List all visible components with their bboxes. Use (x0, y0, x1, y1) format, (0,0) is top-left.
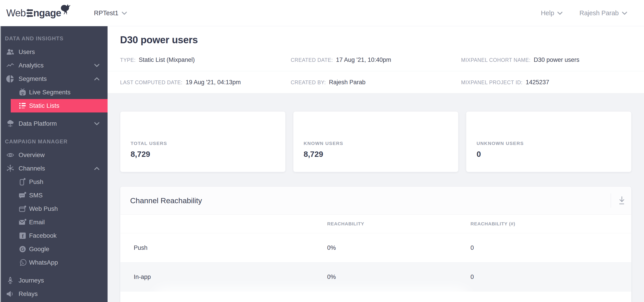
whatsapp-icon (19, 258, 26, 267)
email-icon (19, 218, 26, 226)
sidebar-item-whatsapp[interactable]: WhatsApp (0, 256, 108, 269)
meta-last-computed: LAST COMPUTED DATE: 19 Aug '21, 04:13pm (120, 79, 291, 86)
stat-value: 0 (476, 150, 631, 159)
sidebar-item-overview[interactable]: Overview (0, 148, 108, 162)
sidebar-section-campaign-manager: CAMPAIGN MANAGER (0, 135, 108, 148)
sidebar-item-label: Relays (18, 290, 38, 297)
sidebar-item-segments[interactable]: Segments (0, 72, 108, 86)
webengage-logo[interactable]: Web ngage (6, 7, 72, 19)
logo-text-web: Web (6, 8, 26, 19)
sidebar-item-label: Overview (18, 152, 45, 159)
stats-cards: TOTAL USERS 8,729 KNOWN USERS 8,729 UNKN… (108, 93, 644, 172)
cell-channel: Push (134, 244, 327, 251)
sidebar-item-journeys[interactable]: Journeys (0, 274, 108, 287)
meta-value: 17 Aug '21, 10:40pm (336, 56, 391, 63)
eye-icon (6, 151, 14, 159)
sidebar-item-label: Push (29, 178, 44, 186)
chevron-up-icon (94, 167, 100, 170)
sidebar-item-label: Google (29, 246, 49, 253)
cell-reachability: 0% (327, 273, 470, 280)
help-label: Help (541, 10, 554, 17)
meta-value: D30 power users (534, 56, 580, 63)
sidebar-item-users[interactable]: Users (0, 45, 108, 59)
table-row-in-app: In-app 0% 0 (120, 262, 631, 291)
sidebar-item-label: Segments (18, 75, 47, 82)
sidebar-item-email[interactable]: Email (0, 216, 108, 229)
header-divider (611, 193, 611, 208)
meta-project-id: MIXPANEL PROJECT ID: 1425237 (461, 79, 644, 86)
channel-reachability-title: Channel Reachability (130, 196, 202, 205)
meta-label: CREATED BY: (291, 80, 326, 86)
meta-value: Rajesh Parab (329, 79, 366, 86)
meta-row-2: LAST COMPUTED DATE: 19 Aug '21, 04:13pm … (108, 71, 644, 93)
download-icon (618, 196, 626, 205)
sidebar-item-label: Live Segments (29, 89, 70, 96)
meta-row-1: TYPE: Static List (Mixpanel) CREATED DAT… (108, 49, 644, 71)
sidebar-item-push[interactable]: Push (0, 175, 108, 189)
mobile-push-icon (19, 178, 26, 186)
table-row-partial (120, 291, 631, 302)
rocket-icon (6, 276, 14, 284)
channel-reachability-card: Channel Reachability REACHABILITY REACHA… (120, 186, 632, 302)
stat-value: 8,729 (130, 150, 285, 159)
sms-chat-icon (19, 191, 26, 199)
sidebar-item-label: Static Lists (29, 102, 59, 109)
stat-label: UNKNOWN USERS (476, 141, 631, 146)
topbar: Web ngage RPTest1 Help Rajesh Parab (0, 0, 644, 26)
sidebar-item-sms[interactable]: SMS (0, 189, 108, 202)
segments-icon (6, 75, 14, 83)
total-users-card: TOTAL USERS 8,729 (120, 111, 286, 172)
user-name: Rajesh Parab (580, 10, 619, 17)
sidebar-item-label: Users (18, 48, 35, 56)
sidebar-item-data-platform[interactable]: Data Platform (0, 117, 108, 130)
chevron-down-icon (122, 12, 127, 15)
reachability-table-header: REACHABILITY REACHABILITY (#) (120, 215, 631, 233)
meta-created-by: CREATED BY: Rajesh Parab (291, 79, 461, 86)
help-menu[interactable]: Help (541, 10, 563, 17)
meta-label: MIXPANEL PROJECT ID: (461, 80, 522, 86)
sidebar-item-label: Facebook (29, 232, 56, 239)
meta-label: MIXPANEL COHORT NAME: (461, 57, 531, 63)
meta-value: 1425237 (526, 79, 549, 86)
cell-channel: In-app (134, 273, 327, 280)
cell-reachability-count: 0 (470, 244, 631, 251)
cell-reachability-count: 0 (470, 273, 631, 280)
sidebar-item-google[interactable]: G Google (0, 242, 108, 256)
chevron-down-icon (94, 64, 100, 67)
page-title: D30 power users (120, 34, 632, 46)
sidebar-item-channels[interactable]: Channels (0, 162, 108, 175)
sidebar-item-static-lists[interactable]: Static Lists (11, 99, 108, 112)
sidebar-item-facebook[interactable]: f Facebook (0, 229, 108, 242)
sidebar-item-label: Channels (18, 165, 45, 172)
sidebar-item-analytics[interactable]: Analytics (0, 59, 108, 72)
sidebar-item-web-push[interactable]: Web Push (0, 202, 108, 216)
sidebar-item-label: Analytics (18, 62, 44, 69)
table-row-push: Push 0% 0 (120, 233, 631, 262)
meta-cohort-name: MIXPANEL COHORT NAME: D30 power users (461, 56, 644, 63)
known-users-card: KNOWN USERS 8,729 (293, 111, 459, 172)
page-header: D30 power users TYPE: Static List (Mixpa… (108, 26, 644, 93)
logo-text-engage: ngage (33, 8, 61, 19)
sidebar-scrollbar[interactable] (0, 26, 1, 302)
static-lists-icon (19, 102, 26, 110)
sidebar-item-label: Data Platform (18, 120, 57, 127)
sidebar-item-label: Journeys (18, 277, 44, 284)
sidebar-item-relays[interactable]: Relays (0, 287, 108, 301)
chevron-down-icon (622, 12, 627, 15)
analytics-icon (6, 61, 14, 69)
user-menu[interactable]: Rajesh Parab (580, 10, 627, 17)
sidebar-item-label: Web Push (29, 205, 58, 212)
unknown-users-card: UNKNOWN USERS 0 (466, 111, 632, 172)
logo-arrows-icon (26, 9, 33, 18)
chevron-down-icon (94, 122, 100, 125)
sidebar-item-live-segments[interactable]: Live Segments (0, 86, 108, 99)
megaphone-icon (6, 290, 14, 298)
download-button[interactable] (618, 196, 626, 205)
logo-bird-icon (59, 3, 72, 14)
project-selector[interactable]: RPTest1 (94, 0, 127, 26)
browser-push-icon (19, 205, 26, 213)
chevron-down-icon (557, 12, 562, 15)
users-icon (6, 48, 14, 56)
meta-type: TYPE: Static List (Mixpanel) (120, 56, 291, 63)
svg-text:f: f (22, 233, 24, 239)
